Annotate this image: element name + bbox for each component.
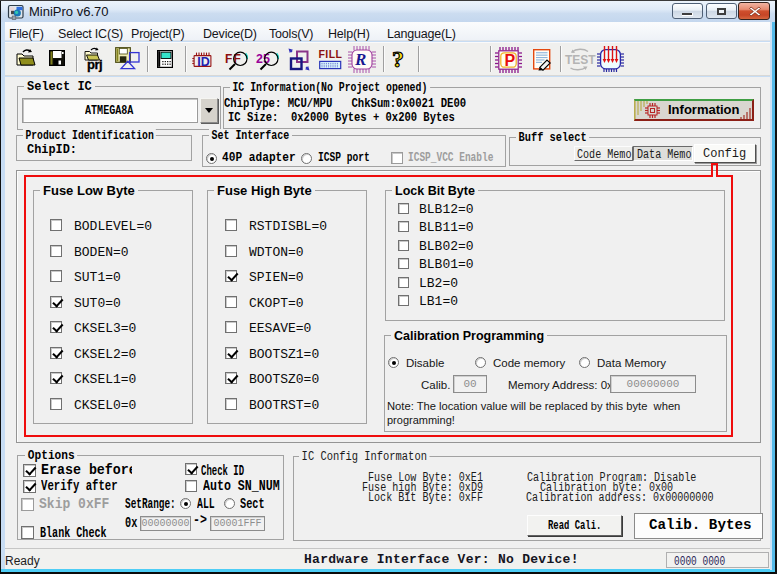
svg-text:FILL: FILL — [319, 48, 343, 60]
svg-text:ID: ID — [197, 55, 210, 69]
svg-text:TEST: TEST — [565, 53, 596, 67]
svg-text:R: R — [354, 50, 366, 69]
svg-text:?: ? — [392, 46, 404, 72]
svg-text:P: P — [505, 52, 516, 69]
